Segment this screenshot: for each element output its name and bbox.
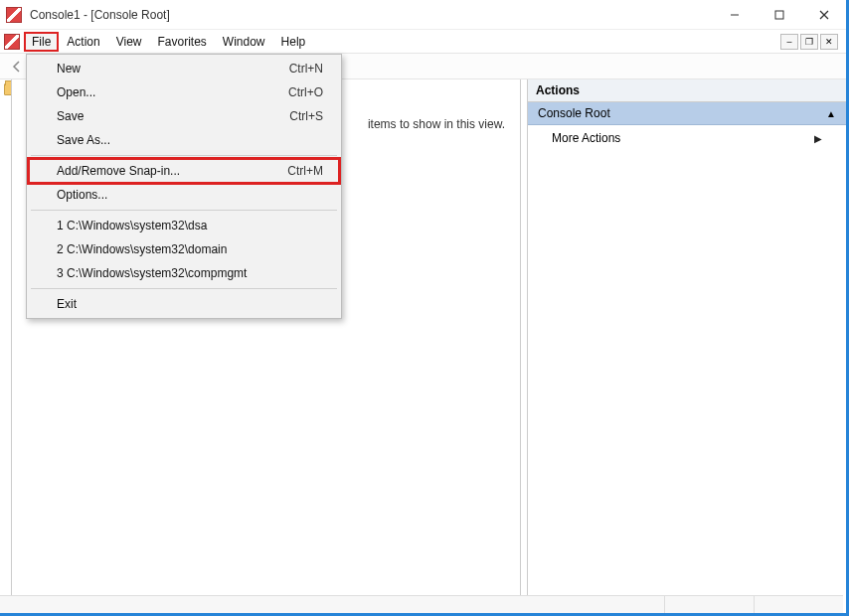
menu-open-label: Open... bbox=[57, 85, 95, 99]
menu-add-remove-snapin[interactable]: Add/Remove Snap-in... Ctrl+M bbox=[29, 159, 339, 183]
svg-rect-1 bbox=[775, 11, 783, 19]
more-actions-label: More Actions bbox=[552, 131, 620, 145]
menu-recent-1[interactable]: 1 C:\Windows\system32\dsa bbox=[29, 214, 339, 237]
mdi-close-button[interactable]: ✕ bbox=[820, 34, 838, 50]
menubar-app-icon bbox=[4, 34, 20, 50]
menu-exit[interactable]: Exit bbox=[29, 292, 339, 316]
collapse-caret-icon: ▲ bbox=[826, 108, 836, 119]
menu-recent-3[interactable]: 3 C:\Windows\system32\compmgmt bbox=[29, 261, 339, 285]
menu-open[interactable]: Open... Ctrl+O bbox=[29, 80, 339, 104]
mdi-restore-button[interactable]: ❐ bbox=[800, 34, 818, 50]
tree-pane bbox=[0, 79, 12, 595]
statusbar-cell-3 bbox=[754, 596, 843, 613]
actions-pane: Actions Console Root ▲ More Actions ▶ bbox=[528, 79, 846, 595]
menu-window[interactable]: Window bbox=[215, 32, 273, 52]
menu-add-remove-shortcut: Ctrl+M bbox=[287, 164, 329, 178]
actions-header: Actions bbox=[528, 79, 846, 102]
menu-view[interactable]: View bbox=[108, 32, 150, 52]
menu-file[interactable]: File bbox=[24, 32, 59, 52]
menu-save-shortcut: Ctrl+S bbox=[289, 109, 329, 123]
statusbar-cell-main bbox=[0, 596, 664, 613]
file-menu-dropdown: New Ctrl+N Open... Ctrl+O Save Ctrl+S Sa… bbox=[26, 54, 342, 319]
app-icon bbox=[6, 7, 22, 23]
menu-add-remove-label: Add/Remove Snap-in... bbox=[57, 164, 180, 178]
menu-open-shortcut: Ctrl+O bbox=[288, 85, 329, 99]
mdi-controls: – ❐ ✕ bbox=[780, 34, 842, 50]
menu-recent-2[interactable]: 2 C:\Windows\system32\domain bbox=[29, 237, 339, 261]
empty-message: items to show in this view. bbox=[368, 117, 505, 131]
back-button[interactable] bbox=[6, 56, 28, 77]
menu-recent-2-label: 2 C:\Windows\system32\domain bbox=[57, 242, 227, 256]
menu-exit-label: Exit bbox=[57, 297, 77, 311]
window-controls bbox=[712, 0, 846, 30]
minimize-button[interactable] bbox=[712, 0, 757, 30]
maximize-button[interactable] bbox=[757, 0, 801, 30]
statusbar-cell-2 bbox=[664, 596, 754, 613]
menu-action[interactable]: Action bbox=[59, 32, 107, 52]
menu-recent-1-label: 1 C:\Windows\system32\dsa bbox=[57, 219, 207, 232]
menu-save-label: Save bbox=[57, 109, 84, 123]
menu-new[interactable]: New Ctrl+N bbox=[29, 57, 339, 80]
actions-more-actions[interactable]: More Actions ▶ bbox=[528, 125, 846, 151]
menu-separator bbox=[31, 288, 337, 289]
window-title: Console1 - [Console Root] bbox=[30, 8, 712, 22]
menu-recent-3-label: 3 C:\Windows\system32\compmgmt bbox=[57, 266, 247, 280]
menu-favorites[interactable]: Favorites bbox=[150, 32, 215, 52]
folder-icon[interactable] bbox=[4, 83, 12, 95]
menu-separator bbox=[31, 210, 337, 211]
actions-section-label: Console Root bbox=[538, 106, 610, 120]
close-button[interactable] bbox=[801, 0, 846, 30]
mdi-minimize-button[interactable]: – bbox=[780, 34, 798, 50]
menu-options[interactable]: Options... bbox=[29, 183, 339, 207]
menu-help[interactable]: Help bbox=[273, 32, 314, 52]
menu-save-as[interactable]: Save As... bbox=[29, 128, 339, 152]
menu-save[interactable]: Save Ctrl+S bbox=[29, 104, 339, 128]
actions-section-console-root[interactable]: Console Root ▲ bbox=[528, 102, 846, 125]
menu-new-shortcut: Ctrl+N bbox=[289, 62, 329, 76]
menu-new-label: New bbox=[57, 62, 81, 76]
menu-save-as-label: Save As... bbox=[57, 133, 110, 147]
titlebar: Console1 - [Console Root] bbox=[0, 0, 846, 30]
submenu-caret-icon: ▶ bbox=[814, 133, 822, 144]
menu-options-label: Options... bbox=[57, 188, 107, 202]
statusbar bbox=[0, 595, 843, 613]
menubar: File Action View Favorites Window Help –… bbox=[0, 30, 846, 54]
menu-separator bbox=[31, 155, 337, 156]
